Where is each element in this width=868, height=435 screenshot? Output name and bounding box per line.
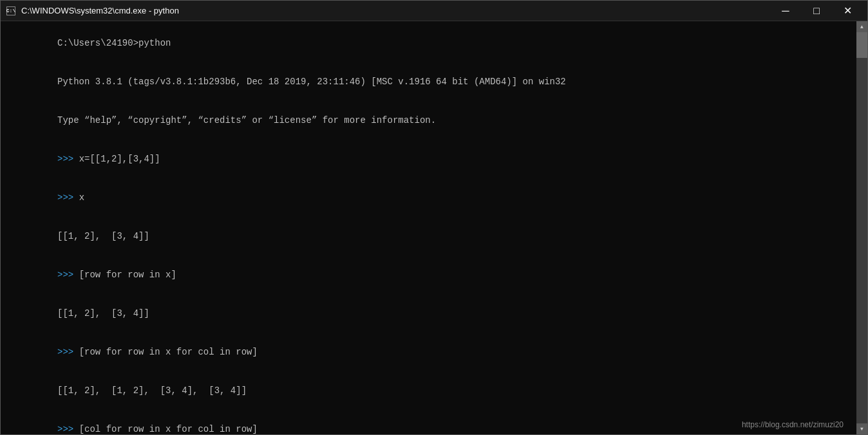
close-button[interactable]: ✕ xyxy=(833,1,862,21)
code-4: x=[[1,2],[3,4]] xyxy=(79,154,160,164)
window-title: C:\WINDOWS\system32\cmd.exe - python xyxy=(21,6,179,15)
code-11: [col for row in x for col in row] xyxy=(79,424,258,434)
line-1-text: C:\Users\24190>python xyxy=(57,38,171,48)
cmd-icon-text: C:\ xyxy=(6,8,15,14)
prompt-4: >>> xyxy=(57,154,79,164)
cmd-icon-box: C:\ xyxy=(6,6,15,15)
terminal-line-3: Type “help”, “copyright”, “credits” or “… xyxy=(3,101,854,140)
watermark: https://blog.csdn.net/zimuzi20 xyxy=(742,420,844,429)
window-controls: ─ □ ✕ xyxy=(771,1,862,21)
code-7: [row for row in x] xyxy=(79,270,176,280)
prompt-7: >>> xyxy=(57,270,79,280)
terminal-line-5: >>> x xyxy=(3,178,854,217)
content-area: C:\Users\24190>python Python 3.8.1 (tags… xyxy=(1,21,867,434)
line-2-text: Python 3.8.1 (tags/v3.8.1:1b293b6, Dec 1… xyxy=(57,77,566,87)
prompt-5: >>> xyxy=(57,192,79,203)
terminal-line-4: >>> x=[[1,2],[3,4]] xyxy=(3,140,854,178)
maximize-button[interactable]: □ xyxy=(802,1,831,21)
prompt-9: >>> xyxy=(57,347,79,357)
code-9: [row for row in x for col in row] xyxy=(79,347,258,357)
app-icon: C:\ xyxy=(6,6,16,16)
terminal-content: C:\Users\24190>python Python 3.8.1 (tags… xyxy=(3,24,854,434)
terminal-line-11: >>> [col for row in x for col in row] xyxy=(3,410,854,434)
scrollbar[interactable]: ▲ ▼ xyxy=(856,21,867,434)
title-bar-left: C:\ C:\WINDOWS\system32\cmd.exe - python xyxy=(6,6,179,16)
terminal-line-9: >>> [row for row in x for col in row] xyxy=(3,333,854,371)
scrollbar-down-button[interactable]: ▼ xyxy=(856,423,867,434)
scrollbar-thumb[interactable] xyxy=(856,32,867,58)
terminal-line-1: C:\Users\24190>python xyxy=(3,24,854,62)
minimize-button[interactable]: ─ xyxy=(771,1,800,21)
output-10: [[1, 2], [1, 2], [3, 4], [3, 4]] xyxy=(57,385,247,396)
prompt-11: >>> xyxy=(57,424,79,434)
terminal[interactable]: C:\Users\24190>python Python 3.8.1 (tags… xyxy=(1,21,856,434)
title-bar: C:\ C:\WINDOWS\system32\cmd.exe - python… xyxy=(1,1,867,21)
output-6: [[1, 2], [3, 4]] xyxy=(57,231,149,241)
window: C:\ C:\WINDOWS\system32\cmd.exe - python… xyxy=(0,0,868,435)
terminal-line-10: [[1, 2], [1, 2], [3, 4], [3, 4]] xyxy=(3,371,854,410)
terminal-line-7: >>> [row for row in x] xyxy=(3,255,854,294)
line-3-text: Type “help”, “copyright”, “credits” or “… xyxy=(57,115,436,125)
scrollbar-track xyxy=(856,32,867,423)
terminal-line-6: [[1, 2], [3, 4]] xyxy=(3,217,854,255)
code-5: x xyxy=(79,192,84,203)
scrollbar-up-button[interactable]: ▲ xyxy=(856,21,867,32)
terminal-line-2: Python 3.8.1 (tags/v3.8.1:1b293b6, Dec 1… xyxy=(3,62,854,101)
terminal-line-8: [[1, 2], [3, 4]] xyxy=(3,294,854,333)
output-8: [[1, 2], [3, 4]] xyxy=(57,308,149,319)
